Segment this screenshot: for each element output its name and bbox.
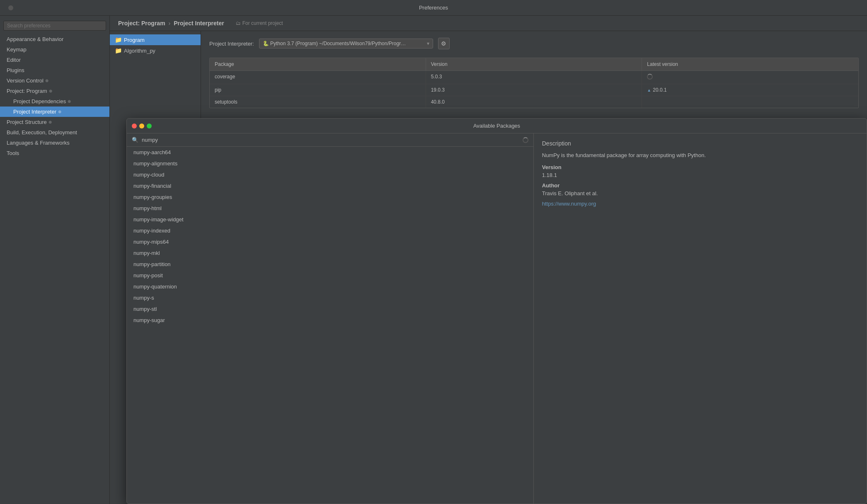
list-item[interactable]: numpy-groupies (127, 191, 533, 203)
tree-item-algorithm[interactable]: 📁Algorithm_py (110, 45, 201, 56)
modal-minimize-button[interactable] (139, 124, 144, 128)
breadcrumb-for-project-label: For current project (242, 20, 283, 26)
list-item[interactable]: numpy-stl (127, 303, 533, 315)
package-loading-spinner (647, 74, 653, 80)
list-item[interactable]: numpy-s (127, 292, 533, 303)
sidebar-item-label: Keymap (7, 46, 27, 53)
sidebar-item-label: Build, Execution, Deployment (7, 129, 77, 136)
upgrade-arrow-icon: ▲ (647, 88, 651, 92)
list-item[interactable]: numpy-indexed (127, 225, 533, 236)
table-row: pip19.0.3▲ 20.0.1 (210, 84, 858, 96)
list-item[interactable]: numpy-financial (127, 180, 533, 191)
list-item[interactable]: numpy-mips64 (127, 236, 533, 247)
interpreter-selected-value: 🐍 Python 3.7 (Program) ~/Documents/Wilso… (263, 41, 406, 46)
package-latest-cell (642, 96, 858, 108)
gear-icon: ⚙ (441, 40, 446, 47)
breadcrumb-current: Project Interpreter (174, 20, 224, 27)
tree-item-label: Program (124, 37, 145, 43)
sidebar-badge-icon: ⊕ (58, 109, 64, 115)
breadcrumb-parent: Project: Program (118, 20, 165, 27)
sidebar-item-appearance[interactable]: Appearance & Behavior (0, 34, 109, 44)
table-row: coverage5.0.3 (210, 71, 858, 84)
sidebar-badge-icon: ⊕ (48, 119, 54, 125)
sidebar-item-project-interpreter[interactable]: Project Interpreter⊕ (0, 107, 109, 117)
list-item[interactable]: numpy-cloud (127, 169, 533, 180)
search-icon: 🔍 (132, 137, 138, 143)
sidebar-item-label: Project Interpreter (13, 109, 56, 115)
col-package: Package (210, 58, 426, 70)
tree-item-label: Algorithm_py (124, 48, 155, 54)
sidebar-item-tools[interactable]: Tools (0, 148, 109, 158)
table-row: setuptools40.8.0 (210, 96, 858, 108)
author-value: Travis E. Oliphant et al. (542, 190, 858, 196)
package-table-header: Package Version Latest version (210, 58, 858, 71)
sidebar-badge-icon: ⊕ (49, 88, 55, 94)
modal-window-controls (132, 124, 152, 128)
sidebar-badge-icon: ⊕ (68, 99, 73, 104)
list-item[interactable]: numpy-aarch64 (127, 147, 533, 158)
window-title: Preferences (419, 5, 448, 11)
sidebar-item-editor[interactable]: Editor (0, 55, 109, 65)
interpreter-gear-button[interactable]: ⚙ (438, 38, 450, 49)
package-version-cell: 5.0.3 (426, 71, 642, 84)
sidebar-item-label: Version Control (7, 78, 44, 84)
list-item[interactable]: numpy-posit (127, 270, 533, 281)
sidebar: Appearance & BehaviorKeymapEditorPlugins… (0, 16, 110, 504)
sidebar-search-input[interactable] (3, 21, 106, 31)
modal-left-panel: 🔍 numpy-aarch64numpy-alignmentsnumpy-clo… (127, 133, 534, 504)
sidebar-item-label: Editor (7, 57, 21, 63)
sidebar-badge-icon: ⊕ (45, 78, 51, 84)
sidebar-item-project-dependencies[interactable]: Project Dependencies⊕ (0, 96, 109, 107)
col-latest: Latest version (642, 58, 858, 70)
package-version-cell: 40.8.0 (426, 96, 642, 108)
package-latest-cell: ▲ 20.0.1 (642, 84, 858, 96)
package-table: Package Version Latest version coverage5… (209, 58, 859, 108)
folder-icon: 📁 (115, 36, 121, 43)
tree-item-program[interactable]: 📁Program (110, 34, 201, 45)
interpreter-row: Project Interpreter: 🐍 Python 3.7 (Progr… (209, 38, 859, 49)
version-value: 1.18.1 (542, 172, 858, 178)
sidebar-item-plugins[interactable]: Plugins (0, 65, 109, 75)
modal-close-button[interactable] (132, 124, 137, 128)
list-item[interactable]: numpy-alignments (127, 158, 533, 169)
sidebar-item-project-structure[interactable]: Project Structure⊕ (0, 117, 109, 127)
package-latest-cell (642, 71, 858, 84)
author-label: Author (542, 182, 858, 189)
modal-maximize-button[interactable] (147, 124, 152, 128)
interpreter-label: Project Interpreter: (209, 41, 254, 47)
sidebar-item-label: Project Structure (7, 119, 47, 125)
sidebar-item-label: Languages & Frameworks (7, 140, 70, 146)
description-heading: Description (542, 140, 858, 147)
window-close-dot (8, 5, 13, 10)
list-item[interactable]: numpy-sugar (127, 315, 533, 326)
modal-title: Available Packages (473, 123, 520, 129)
modal-description-panel: Description NumPy is the fundamental pac… (534, 133, 867, 504)
available-packages-modal: Available Packages 🔍 numpy-aarch64numpy-… (126, 118, 867, 504)
package-version-cell: 19.0.3 (426, 84, 642, 96)
breadcrumb-for-project: 🗂 For current project (236, 20, 283, 26)
dropdown-arrow-icon: ▾ (427, 41, 429, 46)
sidebar-item-build-execution[interactable]: Build, Execution, Deployment (0, 127, 109, 138)
list-item[interactable]: numpy-partition (127, 259, 533, 270)
breadcrumb-separator: › (169, 20, 171, 27)
list-item[interactable]: numpy-quaternion (127, 281, 533, 292)
sidebar-item-keymap[interactable]: Keymap (0, 44, 109, 55)
list-item[interactable]: numpy-html (127, 203, 533, 214)
list-item[interactable]: numpy-image-widget (127, 214, 533, 225)
description-text: NumPy is the fundamental package for arr… (542, 152, 858, 159)
sidebar-item-version-control[interactable]: Version Control⊕ (0, 75, 109, 86)
modal-search-bar: 🔍 (127, 133, 533, 147)
sidebar-item-languages[interactable]: Languages & Frameworks (0, 138, 109, 148)
sidebar-item-label: Appearance & Behavior (7, 36, 63, 42)
sidebar-item-project-program[interactable]: Project: Program⊕ (0, 86, 109, 96)
sidebar-item-label: Tools (7, 150, 19, 156)
modal-search-input[interactable] (142, 137, 519, 143)
modal-body: 🔍 numpy-aarch64numpy-alignmentsnumpy-clo… (127, 133, 867, 504)
numpy-link[interactable]: https://www.numpy.org (542, 201, 596, 207)
modal-titlebar: Available Packages (127, 119, 867, 133)
package-name-cell: setuptools (210, 96, 426, 108)
sidebar-item-label: Project Dependencies (13, 98, 66, 104)
list-item[interactable]: numpy-mkl (127, 247, 533, 259)
upgrade-badge: ▲ 20.0.1 (647, 87, 853, 93)
interpreter-select-dropdown[interactable]: 🐍 Python 3.7 (Program) ~/Documents/Wilso… (259, 39, 433, 48)
